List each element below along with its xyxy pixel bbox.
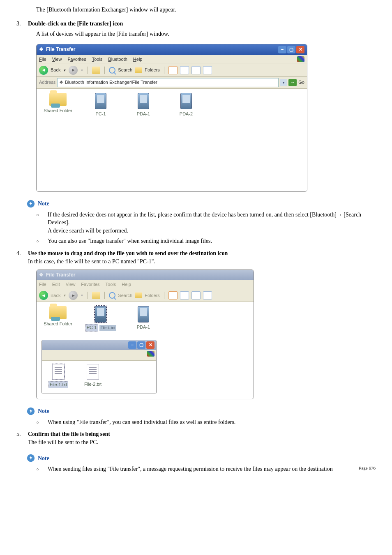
menu-tools[interactable]: Tools [92,56,103,62]
search-icon[interactable] [109,292,115,299]
back-dropdown[interactable]: ▼ [63,68,66,73]
item-pc-1-drop-target[interactable]: PC-1 File-1.txt [84,306,117,331]
pda-icon [138,93,149,109]
menu-edit[interactable]: Edit [52,281,60,288]
view-mode-2[interactable] [180,66,189,74]
pda-icon [138,306,149,322]
view-mode-4[interactable] [203,66,212,74]
close-button[interactable]: ✕ [296,46,304,53]
note-icon [26,407,35,416]
note-icon [26,199,35,208]
folders-label[interactable]: Folders [145,292,160,299]
menu-favorites[interactable]: Favorites [67,56,86,62]
folders-icon[interactable] [135,292,142,298]
search-label[interactable]: Search [118,67,132,73]
menu-tools[interactable]: Tools [106,281,116,288]
view-mode-3[interactable] [191,291,201,299]
step-4-num: 4. [16,249,28,265]
address-input[interactable]: ❖ Bluetooth Information Exchanger\File T… [57,78,279,87]
close-button[interactable]: ✕ [146,341,154,349]
note-label: Note [38,407,49,415]
back-dropdown[interactable]: ▼ [63,293,66,298]
item-label: PDA-1 [127,324,160,330]
up-folder-icon[interactable] [92,292,100,299]
window-title: File Transfer [46,272,75,279]
menu-bar: File Edit View Favorites Tools Help [37,280,254,289]
toolbar-stub [42,357,156,361]
text-file-icon [87,364,99,380]
step-5-num: 5. [16,430,28,446]
item-pda-1[interactable]: PDA-1 [127,93,160,117]
back-label[interactable]: Back [51,67,60,73]
bullet: ○ [36,418,48,426]
item-file-1[interactable]: File-1.txt [46,364,71,388]
menu-help[interactable]: Help [122,281,131,288]
text-file-icon [52,364,65,380]
item-label: PC-1 [85,324,98,331]
drag-ghost-label: File-1.txt [99,325,116,331]
search-icon[interactable] [109,67,115,74]
menu-view[interactable]: View [52,56,62,62]
view-mode-2[interactable] [180,291,189,299]
address-bar: Address ❖ Bluetooth Information Exchange… [37,77,307,88]
forward-dropdown[interactable]: ▼ [80,68,83,73]
item-pc-1[interactable]: PC-1 [84,93,117,117]
view-mode-3[interactable] [191,66,201,74]
menu-view[interactable]: View [66,281,76,288]
item-shared-folder[interactable]: Shared Folder [42,93,74,114]
forward-icon[interactable]: ► [69,291,78,300]
source-explorer-window: – ▢ ✕ File-1.txt File-2.txt [42,340,157,394]
note-icon [26,454,35,463]
menu-bluetooth[interactable]: Bluetooth [108,56,127,62]
forward-dropdown[interactable]: ▼ [80,293,83,298]
separator [88,67,88,74]
note-1a2: A device search will be performed. [48,228,128,234]
separator [104,292,105,299]
item-label: PC-1 [84,111,117,117]
note-heading: Note [26,454,376,463]
maximize-button[interactable]: ▢ [137,341,145,349]
menu-file[interactable]: File [39,281,46,288]
file-list-area: File-1.txt File-2.txt [42,361,156,394]
back-icon[interactable]: ◄ [39,66,48,75]
note-label: Note [38,200,49,208]
item-shared-folder[interactable]: Shared Folder [42,306,74,327]
minimize-button[interactable]: – [278,46,286,53]
window-titlebar: ❖ File Transfer [37,270,254,280]
note-2a: When using "File transfer", you can send… [48,418,376,426]
window-titlebar: ❖ File Transfer – ▢ ✕ [37,44,307,55]
menu-favorites[interactable]: Favorites [81,281,99,288]
bluetooth-icon: ❖ [39,272,44,279]
separator [164,292,164,299]
view-mode-1[interactable] [168,66,178,74]
search-label[interactable]: Search [118,292,132,299]
address-dropdown[interactable]: ▾ [280,79,287,86]
folders-icon[interactable] [135,67,142,73]
item-pda-2[interactable]: PDA-2 [170,93,203,117]
step-5: 5. Confirm that the file is being sent T… [16,430,376,446]
go-button[interactable]: → [288,79,297,86]
separator [104,67,105,74]
note-1b: You can also use "Image transfer" when s… [48,237,376,245]
forward-icon[interactable]: ► [69,66,78,75]
view-mode-1[interactable] [168,291,178,299]
folders-label[interactable]: Folders [145,67,160,73]
separator [88,292,88,299]
back-label[interactable]: Back [51,292,60,299]
menu-help[interactable]: Help [133,56,143,62]
up-folder-icon[interactable] [92,67,100,74]
minimize-button[interactable]: – [128,341,136,349]
file-list-area: Shared Folder PC-1 File-1.txt PDA-1 [37,302,254,335]
item-label: File-1.txt [48,381,68,388]
page-number: Page 676 [355,465,376,473]
go-label[interactable]: Go [298,79,304,85]
bullet: ○ [36,237,48,245]
item-pda-1[interactable]: PDA-1 [127,306,160,330]
view-mode-4[interactable] [203,291,212,299]
note-3a: When sending files using "File transfer"… [48,465,355,473]
menu-file[interactable]: File [39,56,46,62]
back-icon[interactable]: ◄ [39,291,48,300]
maximize-button[interactable]: ▢ [287,46,295,53]
item-file-2[interactable]: File-2.txt [81,364,105,387]
step-3-desc: A list of devices will appear in the [Fi… [36,30,376,38]
